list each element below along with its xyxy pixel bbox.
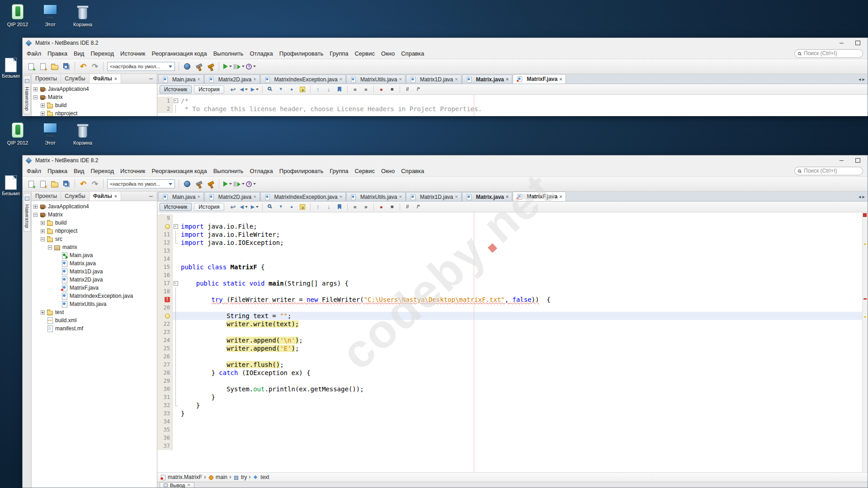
panel-tab-службы[interactable]: Службы	[61, 192, 89, 201]
editor-tab-matrix1d-java[interactable]: Matrix1D.java×	[406, 192, 462, 201]
tree-toggle-icon[interactable]: +	[33, 205, 38, 209]
menu-item-вид[interactable]: Вид	[71, 166, 88, 176]
editor-tab-matrixindexexception-java[interactable]: MatrixIndexException.java×	[260, 192, 346, 201]
close-icon[interactable]: ×	[114, 76, 117, 81]
close-icon[interactable]: ×	[114, 194, 117, 199]
close-icon[interactable]: ×	[455, 194, 458, 199]
editor-comment-button[interactable]: //	[403, 85, 412, 94]
toolbar-new-project-button[interactable]	[37, 61, 49, 72]
toolbar-save-all-button[interactable]	[61, 61, 72, 72]
editor-tab-matrix2d-java[interactable]: Matrix2D.java×	[204, 192, 260, 201]
editor-previous-bookmark-button[interactable]: ↑	[313, 202, 323, 211]
menu-item-сервис[interactable]: Сервис	[351, 166, 378, 176]
tree-item-matrix[interactable]: −matrix	[32, 243, 157, 251]
menu-item-окно[interactable]: Окно	[378, 49, 398, 58]
configuration-combobox[interactable]: <настройка по умол...	[107, 179, 175, 188]
scroll-right-icon[interactable]: ▸	[862, 76, 865, 82]
tree-toggle-icon[interactable]: +	[33, 87, 38, 91]
menu-item-правка[interactable]: Правка	[44, 166, 71, 176]
editor-toggle-bookmark-button[interactable]	[335, 85, 344, 94]
menu-item-правка[interactable]: Правка	[44, 49, 71, 58]
editor-tab-matrix-java[interactable]: Matrix.java×	[462, 75, 512, 84]
tree-toggle-icon[interactable]: +	[41, 112, 45, 116]
editor-macro-record-button[interactable]: ●	[377, 202, 386, 211]
tree-item-nbproject[interactable]: +nbproject	[32, 109, 157, 116]
breadcrumb-item-try[interactable]: try	[241, 474, 247, 480]
editor-find-next-button[interactable]: ▼	[276, 85, 286, 94]
toolbar-new-project-button[interactable]	[37, 178, 49, 190]
close-icon[interactable]: ×	[399, 194, 401, 199]
panel-tab-службы[interactable]: Службы	[61, 74, 89, 83]
editor-next-bookmark-button[interactable]: ↓	[324, 85, 334, 94]
editor-tab-matrix2d-java[interactable]: Matrix2D.java×	[204, 75, 260, 84]
toolbar-clean-build-button[interactable]	[205, 178, 217, 190]
titlebar[interactable]: Matrix - NetBeans IDE 8.2	[23, 155, 868, 165]
fold-margin[interactable]	[173, 222, 179, 230]
tree-toggle-icon[interactable]: +	[41, 310, 45, 314]
close-icon[interactable]: ×	[253, 77, 256, 82]
tree-toggle-icon[interactable]: −	[48, 245, 52, 249]
toolbar-open-project-button[interactable]	[49, 178, 61, 190]
toolbar-clean-build-button[interactable]	[205, 61, 217, 72]
tree-toggle-icon[interactable]: −	[41, 237, 45, 241]
tree-toggle-icon[interactable]: +	[41, 221, 45, 225]
close-icon[interactable]: ×	[340, 77, 342, 82]
tree-toggle-icon[interactable]: −	[33, 213, 38, 217]
desktop-icon-recycle-bin[interactable]: Корзина	[68, 3, 98, 27]
toolbar-globe-button[interactable]	[181, 61, 193, 72]
navigator-tab[interactable]: Навигатор	[24, 193, 31, 232]
tree-toggle-icon[interactable]: +	[41, 103, 45, 108]
toolbar-new-file-button[interactable]	[25, 178, 37, 190]
editor-tab-matrixutils-java[interactable]: MatrixUtils.java×	[346, 192, 406, 201]
minimize-button[interactable]	[833, 38, 849, 47]
desktop-icon-qip[interactable]: QIP 2012	[3, 121, 33, 145]
editor-shift-right-button[interactable]: »	[361, 85, 371, 94]
menu-item-файл[interactable]: Файл	[24, 166, 44, 176]
tree-item-matrixf-java[interactable]: MatrixF.java	[32, 284, 157, 292]
toolbar-undo-button[interactable]: ↶	[77, 61, 89, 72]
tree-item-javaapplication4[interactable]: +JavaApplication4	[32, 202, 157, 211]
tree-item-src[interactable]: −src	[32, 235, 157, 243]
toolbar-save-all-button[interactable]	[61, 178, 72, 190]
toolbar-redo-button[interactable]: ↷	[89, 61, 101, 72]
toolbar-debug-button[interactable]	[233, 178, 245, 190]
menu-item-реорганизация-кода[interactable]: Реорганизация кода	[149, 49, 210, 58]
toolbar-globe-button[interactable]	[181, 178, 193, 190]
editor-tab-matrix-java[interactable]: Matrix.java×	[462, 192, 512, 201]
toolbar-new-file-button[interactable]	[25, 61, 37, 72]
panel-tab-проекты[interactable]: Проекты	[32, 192, 61, 201]
maximize-button[interactable]	[849, 156, 866, 165]
panel-tab-файлы[interactable]: Файлы×	[90, 74, 122, 83]
tree-item-javaapplication4[interactable]: +JavaApplication4	[32, 85, 157, 93]
menu-item-профилировать[interactable]: Профилировать	[276, 49, 327, 58]
toolbar-build-button[interactable]	[193, 61, 205, 72]
tree-item-nbproject[interactable]: +nbproject	[32, 227, 157, 235]
editor-previous-bookmark-button[interactable]: ↑	[313, 85, 323, 94]
fold-margin[interactable]	[173, 279, 179, 287]
editor-find-previous-button[interactable]: ▲	[287, 85, 297, 94]
editor-back-button[interactable]: ◀	[239, 85, 249, 94]
tree-item-manifest-mf[interactable]: manifest.mf	[32, 324, 157, 333]
tree-item-matrix1d-java[interactable]: Matrix1D.java	[32, 267, 157, 276]
navigator-tab[interactable]: Навигатор	[24, 75, 31, 114]
scroll-left-icon[interactable]: ◂	[859, 76, 861, 82]
desktop-icon-recycle-bin[interactable]: Корзина	[68, 121, 98, 145]
tree-item-main-java[interactable]: Main.java	[32, 251, 157, 259]
history-view-button[interactable]: История	[194, 203, 224, 211]
tree-item-matrix-java[interactable]: Matrix.java	[32, 259, 157, 267]
tree-item-matrixutils-java[interactable]: MatrixUtils.java	[32, 300, 157, 308]
editor-toggle-highlight-button[interactable]	[298, 85, 307, 94]
editor-macro-stop-button[interactable]: ■	[387, 202, 397, 211]
close-icon[interactable]: ×	[455, 77, 458, 82]
desktop-icon-qip[interactable]: QIP 2012	[3, 3, 33, 27]
editor-uncomment-button[interactable]: /*	[414, 85, 423, 94]
editor-uncomment-button[interactable]: /*	[414, 202, 423, 211]
menu-item-реорганизация-кода[interactable]: Реорганизация кода	[149, 166, 210, 176]
breadcrumb-item-text[interactable]: text	[260, 474, 269, 480]
panel-minimize-button[interactable]	[145, 192, 157, 201]
toolbar-undo-button[interactable]: ↶	[77, 178, 89, 190]
toolbar-redo-button[interactable]: ↷	[89, 178, 101, 190]
editor-find-selection-button[interactable]	[265, 85, 275, 94]
search-box[interactable]: Поиск (Ctrl+I)	[794, 167, 863, 175]
configuration-combobox[interactable]: <настройка по умол...	[107, 62, 175, 71]
